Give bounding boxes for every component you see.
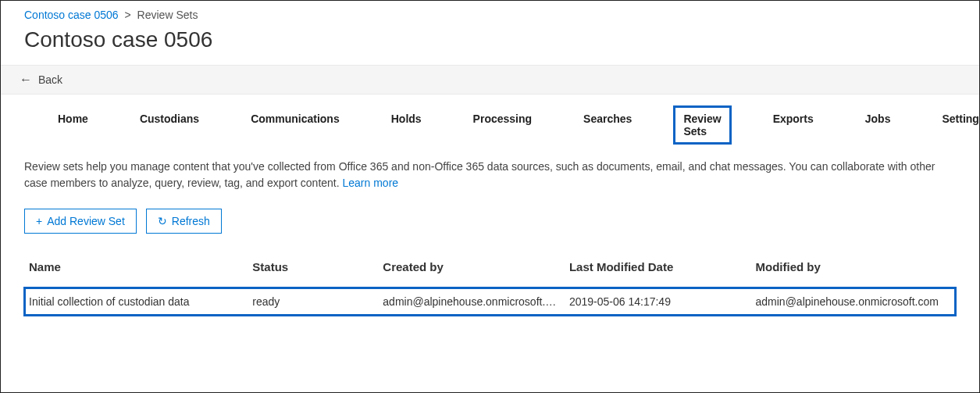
breadcrumb-separator: >: [122, 9, 134, 21]
add-review-set-button[interactable]: + Add Review Set: [24, 209, 137, 234]
tab-processing[interactable]: Processing: [463, 105, 542, 145]
col-header-status[interactable]: Status: [248, 252, 378, 288]
add-button-label: Add Review Set: [47, 215, 125, 227]
action-bar: + Add Review Set ↻ Refresh: [1, 196, 979, 252]
cell-created-by: admin@alpinehouse.onmicrosoft.com: [378, 288, 565, 316]
review-sets-table: Name Status Created by Last Modified Dat…: [1, 252, 979, 316]
tab-review-sets[interactable]: Review Sets: [673, 105, 731, 145]
breadcrumb: Contoso case 0506 > Review Sets: [1, 1, 979, 24]
plus-icon: +: [36, 216, 42, 227]
col-header-name[interactable]: Name: [24, 252, 248, 288]
tab-jobs[interactable]: Jobs: [855, 105, 901, 145]
table-header-row: Name Status Created by Last Modified Dat…: [24, 252, 956, 288]
cell-name: Initial collection of custodian data: [24, 288, 248, 316]
tab-home[interactable]: Home: [48, 105, 98, 145]
refresh-icon: ↻: [158, 216, 167, 227]
back-label: Back: [38, 73, 62, 86]
learn-more-link[interactable]: Learn more: [343, 177, 399, 189]
tab-communications[interactable]: Communications: [241, 105, 350, 145]
col-header-last-modified[interactable]: Last Modified Date: [565, 252, 751, 288]
col-header-created-by[interactable]: Created by: [378, 252, 565, 288]
tab-exports[interactable]: Exports: [763, 105, 824, 145]
refresh-button[interactable]: ↻ Refresh: [146, 209, 222, 234]
back-arrow-icon: ←: [20, 73, 32, 86]
breadcrumb-current: Review Sets: [137, 9, 198, 21]
cell-status: ready: [248, 288, 378, 316]
table-row[interactable]: Initial collection of custodian data rea…: [24, 288, 956, 316]
page-title: Contoso case 0506: [1, 24, 979, 65]
tab-bar: Home Custodians Communications Holds Pro…: [1, 95, 979, 152]
cell-last-modified: 2019-05-06 14:17:49: [565, 288, 751, 316]
col-header-modified-by[interactable]: Modified by: [751, 252, 956, 288]
tab-holds[interactable]: Holds: [381, 105, 432, 145]
refresh-button-label: Refresh: [172, 215, 210, 227]
description-text: Review sets help you manage content that…: [1, 152, 979, 196]
description-body: Review sets help you manage content that…: [24, 160, 935, 189]
breadcrumb-root-link[interactable]: Contoso case 0506: [24, 9, 119, 21]
tab-custodians[interactable]: Custodians: [130, 105, 209, 145]
cell-modified-by: admin@alpinehouse.onmicrosoft.com: [751, 288, 956, 316]
tab-settings[interactable]: Settings: [932, 105, 980, 145]
tab-searches[interactable]: Searches: [573, 105, 642, 145]
back-button[interactable]: ← Back: [1, 65, 979, 95]
